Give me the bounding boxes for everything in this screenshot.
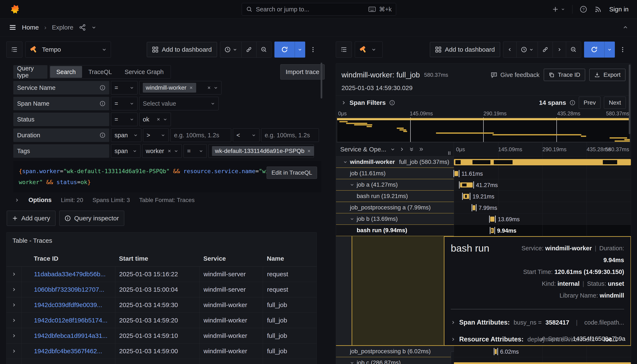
- trace-id-link[interactable]: 1942dc012e8f196b5174...: [21, 313, 115, 328]
- trace-id-button[interactable]: Trace ID: [544, 69, 585, 81]
- filter-select[interactable]: ok: [139, 112, 171, 126]
- trace-id-link[interactable]: 11dabada33e479db56b...: [21, 266, 115, 282]
- trace-id-link[interactable]: 1942dc039dfdf9e0039...: [21, 297, 115, 312]
- span-row-job-c-286-87ms-[interactable]: job c (286.87ms)286.87ms: [336, 357, 631, 364]
- chevron-down-icon[interactable]: [343, 160, 348, 164]
- options-row[interactable]: Options Limit: 20Spans Limit: 3Table For…: [13, 192, 324, 204]
- search-input[interactable]: Search or jump to... ⌘+k: [242, 3, 396, 16]
- span-timeline-cell[interactable]: 286.87ms: [454, 357, 631, 364]
- add-to-dashboard-button[interactable]: Add to dashboard: [147, 42, 217, 57]
- column-header-trace-id[interactable]: Trace ID: [21, 250, 115, 266]
- row-expander-icon[interactable]: [6, 359, 21, 364]
- trace-id-link[interactable]: 1060bbf732309b12707...: [21, 282, 115, 297]
- query-type-traceql[interactable]: TraceQL: [82, 66, 118, 78]
- row-expander-icon[interactable]: [6, 282, 21, 297]
- table-row[interactable]: 1942dbfc4be3567f462...2025-01-03 14:59:0…: [6, 344, 316, 359]
- menu-hamburger-icon[interactable]: [9, 24, 16, 31]
- column-header-service[interactable]: Service: [199, 250, 263, 266]
- span-name-cell[interactable]: bash run (19.21ms): [336, 191, 454, 202]
- outline-toggle-button[interactable]: [6, 42, 22, 58]
- kebab-menu-icon[interactable]: [308, 46, 318, 53]
- span-duration-bar[interactable]: [454, 159, 631, 165]
- run-query-caret[interactable]: [604, 42, 615, 58]
- span-timeline-cell[interactable]: 13.69ms: [454, 214, 631, 225]
- expand-all-icon[interactable]: [409, 147, 414, 152]
- span-name-cell[interactable]: windmill-worker full_job (580.37ms): [336, 156, 454, 168]
- outline-toggle-button[interactable]: [336, 42, 352, 58]
- breadcrumb-explore[interactable]: Explore: [52, 24, 74, 31]
- datasource-picker[interactable]: [355, 42, 382, 58]
- filter-value-chip[interactable]: windmill-worker: [143, 83, 196, 92]
- chevron-right-icon[interactable]: [451, 337, 456, 342]
- prev-span-button[interactable]: Prev: [579, 96, 601, 109]
- grafana-logo-icon[interactable]: [8, 4, 20, 15]
- filter-op[interactable]: =: [184, 144, 207, 158]
- column-header-name[interactable]: Name: [263, 250, 316, 266]
- chevron-right-icon[interactable]: [451, 320, 456, 325]
- filter-chipbox[interactable]: windmill-worker: [139, 81, 222, 94]
- span-timeline-cell[interactable]: 6.02ms: [454, 346, 631, 357]
- span-timeline-cell[interactable]: [454, 156, 631, 168]
- row-expander-icon[interactable]: [6, 266, 21, 282]
- trace-id-link[interactable]: 1942dbf9d9fa6108d0d1...: [21, 359, 115, 364]
- table-row[interactable]: 1942dc039dfdf9e0039...2025-01-03 14:59:3…: [6, 297, 316, 313]
- link-time-button[interactable]: [538, 42, 553, 57]
- span-timeline-cell[interactable]: 41.27ms: [454, 179, 631, 191]
- chevron-down-icon[interactable]: [390, 147, 395, 152]
- table-row[interactable]: 1060bbf732309b12707...2025-01-03 15:00:0…: [6, 282, 316, 297]
- news-rss-icon[interactable]: [594, 6, 602, 13]
- span-duration-bar[interactable]: [491, 228, 494, 233]
- breadcrumb-home[interactable]: Home: [22, 24, 39, 31]
- clear-value-icon[interactable]: [156, 117, 160, 122]
- span-timeline-cell[interactable]: 7.99ms: [454, 202, 631, 214]
- filter-value-chip[interactable]: wk-default-133114d6a91e-PSPQb: [212, 146, 314, 156]
- chevron-down-icon[interactable]: [350, 361, 354, 364]
- span-timeline-cell[interactable]: 11.61ms: [454, 168, 631, 179]
- filter-input[interactable]: e.g. 100ms, 1.2s: [261, 128, 319, 142]
- trace-id-link[interactable]: 1942dbfebca1d9914a31...: [21, 328, 115, 343]
- span-duration-bar[interactable]: [463, 194, 469, 199]
- filter-select[interactable]: Select value: [139, 97, 218, 110]
- span-duration-bar[interactable]: [454, 171, 458, 176]
- collapse-all-icon[interactable]: [419, 147, 424, 152]
- run-query-button[interactable]: [584, 42, 615, 58]
- column-resize-handle[interactable]: [447, 151, 452, 156]
- filter-input[interactable]: e.g. 100ms, 1.2s: [170, 128, 231, 142]
- kebab-menu-icon[interactable]: [618, 46, 628, 53]
- filter-op[interactable]: >: [143, 128, 169, 142]
- filter-select[interactable]: span: [111, 144, 140, 158]
- span-duration-bar[interactable]: [490, 216, 494, 222]
- collapse-one-icon[interactable]: [399, 147, 404, 152]
- span-name-cell[interactable]: bash run (9.94ms): [336, 225, 454, 236]
- edit-in-traceql-button[interactable]: Edit in TraceQL: [266, 166, 317, 179]
- link-time-button[interactable]: [241, 42, 256, 57]
- datasource-picker[interactable]: Tempo: [25, 42, 111, 58]
- filter-op[interactable]: =: [111, 97, 138, 110]
- span-timeline-cell[interactable]: 9.94ms: [454, 225, 631, 236]
- table-row[interactable]: 1942dbfebca1d9914a31...2025-01-03 14:59:…: [6, 328, 316, 344]
- right-pane-scrollbar[interactable]: [629, 64, 630, 134]
- row-expander-icon[interactable]: [6, 328, 21, 343]
- chevron-down-icon[interactable]: [350, 217, 354, 221]
- sign-in-button[interactable]: Sign in: [609, 6, 628, 13]
- span-row-job-11-61ms-[interactable]: job (11.61ms)11.61ms: [336, 168, 631, 179]
- table-row[interactable]: 1942dc012e8f196b5174...2025-01-03 14:59:…: [6, 313, 316, 328]
- span-row-job-a-41-27ms-[interactable]: job a (41.27ms)41.27ms: [336, 179, 631, 191]
- span-duration-bar[interactable]: [495, 349, 497, 354]
- zoom-out-button[interactable]: [566, 42, 581, 57]
- breadcrumb-chevron-down-icon[interactable]: [92, 25, 96, 30]
- query-type-service-graph[interactable]: Service Graph: [118, 66, 170, 78]
- span-filters-label[interactable]: Span Filters: [350, 99, 386, 106]
- span-name-cell[interactable]: job_postprocessing a (7.99ms): [336, 202, 454, 214]
- link-icon[interactable]: [540, 336, 546, 342]
- span-row-job-postprocessing-b-6-02ms-[interactable]: job_postprocessing b (6.02ms)6.02ms: [336, 346, 631, 357]
- row-expander-icon[interactable]: [6, 313, 21, 328]
- shift-time-back-button[interactable]: [503, 42, 516, 57]
- row-expander-icon[interactable]: [6, 297, 21, 312]
- span-name-cell[interactable]: job b (13.69ms): [336, 214, 454, 225]
- filter-select[interactable]: worker: [142, 144, 182, 158]
- trace-id-link[interactable]: 1942dbfc4be3567f462...: [21, 344, 115, 359]
- query-inspector-button[interactable]: Query inspector: [59, 211, 124, 226]
- run-query-button[interactable]: [274, 42, 305, 58]
- next-span-button[interactable]: Next: [604, 96, 626, 109]
